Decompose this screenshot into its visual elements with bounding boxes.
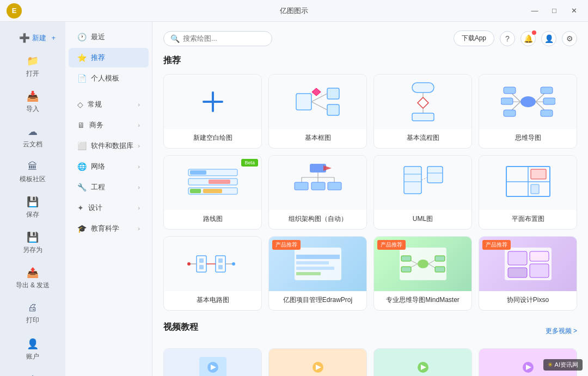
video-card-2[interactable]	[268, 348, 367, 376]
svg-rect-84	[530, 251, 549, 261]
template-card-uml[interactable]: UML图	[373, 155, 472, 230]
download-app-button[interactable]: 下载App	[454, 30, 494, 46]
template-grid: 新建空白绘图 基本框图	[163, 74, 577, 311]
education-icon: 🎓	[77, 224, 87, 233]
personal-label: 个人模板	[91, 73, 119, 83]
template-card-basic-flow[interactable]: 基本流程图	[373, 74, 472, 149]
settings-gear-button[interactable]: ⚙	[562, 31, 577, 46]
template-card-mindmaster[interactable]: 产品推荐 专业思维导图MindMaster	[373, 236, 472, 311]
template-card-edrawproj[interactable]: 产品推荐 亿图项目管理EdrawProj	[268, 236, 367, 311]
svg-line-5	[311, 94, 327, 102]
app-body: ➕ 新建 + 📁 打开 📥 导入 ☁ 云文档 🏛 模板社区 💾	[0, 22, 588, 376]
nav-item-recommend[interactable]: ⭐ 推荐	[69, 48, 149, 67]
more-videos-link[interactable]: 更多视频 >	[546, 326, 577, 336]
nav-item-education[interactable]: 🎓 教育科学 ›	[69, 219, 149, 238]
video-card-1[interactable]	[163, 348, 262, 376]
sidebar-left-bottom: 👤 账户 ⚙ 选项	[0, 331, 65, 376]
minimize-button[interactable]: —	[527, 3, 542, 19]
design-icon: ✦	[77, 204, 84, 212]
nav-item-business[interactable]: 🖥 商务 ›	[69, 115, 149, 135]
software-db-label: 软件和数据库	[91, 141, 133, 151]
template-img-mindmap	[479, 75, 577, 129]
sidebar-item-export[interactable]: 📤 导出 & 发送	[4, 261, 61, 295]
main-content: 🔍 下载App ? 🔔 👤 ⚙ 推荐	[152, 22, 588, 376]
nav-item-engineering[interactable]: 🔧 工程 ›	[69, 177, 149, 197]
svg-rect-80	[435, 267, 445, 272]
video-img-3	[374, 349, 471, 376]
sidebar-item-options[interactable]: ⚙ 选项	[4, 368, 61, 376]
nav-item-personal[interactable]: 📄 个人模板	[69, 69, 149, 88]
template-img-basic-frame	[269, 75, 366, 129]
sidebar-item-save[interactable]: 💾 保存	[4, 190, 61, 225]
template-card-pixso[interactable]: 产品推荐 协同设计Pixso	[479, 236, 577, 311]
svg-rect-55	[197, 256, 206, 272]
svg-rect-33	[203, 189, 222, 193]
sidebar-left: ➕ 新建 + 📁 打开 📥 导入 ☁ 云文档 🏛 模板社区 💾	[0, 22, 65, 376]
close-button[interactable]: ✕	[566, 3, 581, 19]
maximize-button[interactable]: □	[547, 3, 562, 19]
sidebar-item-new[interactable]: ➕ 新建 +	[4, 27, 61, 48]
sidebar-item-saveas[interactable]: 💾 另存为	[4, 226, 61, 260]
sidebar-item-print[interactable]: 🖨 打印	[4, 297, 61, 330]
template-card-basic-frame[interactable]: 基本框图	[268, 74, 367, 149]
nav-item-software-db[interactable]: ⬜ 软件和数据库 ›	[69, 136, 149, 156]
search-input[interactable]	[183, 34, 265, 42]
sidebar-item-cloud[interactable]: ☁ 云文档	[4, 120, 61, 155]
svg-point-65	[232, 262, 235, 266]
svg-rect-2	[296, 94, 311, 110]
template-label-mindmap: 思维导图	[479, 129, 577, 148]
template-card-roadmap[interactable]: Beta 路线图	[163, 155, 262, 230]
education-arrow: ›	[138, 225, 140, 232]
svg-rect-9	[412, 83, 434, 93]
nav-item-design[interactable]: ✦ 设计 ›	[69, 198, 149, 218]
search-box[interactable]: 🔍	[163, 31, 272, 46]
notification-button[interactable]: 🔔	[520, 31, 536, 46]
edrawproj-badge: 产品推荐	[272, 240, 301, 250]
video-card-3[interactable]	[373, 348, 472, 376]
new-label: 新建	[32, 33, 46, 43]
help-icon: ?	[505, 34, 510, 43]
svg-rect-44	[404, 167, 421, 194]
help-button[interactable]: ?	[500, 31, 515, 46]
template-card-floor-plan[interactable]: 平面布置图	[479, 155, 577, 230]
account-label: 账户	[26, 352, 39, 361]
sidebar-item-account[interactable]: 👤 账户	[4, 332, 61, 367]
share-icon: 👤	[544, 34, 554, 43]
template-img-org-chart	[269, 156, 366, 210]
template-label-edrawproj: 亿图项目管理EdrawProj	[269, 291, 366, 310]
template-img-floor-plan	[479, 156, 577, 210]
nav-item-general[interactable]: ◇ 常规 ›	[69, 95, 149, 114]
svg-rect-47	[427, 167, 443, 183]
print-label: 打印	[26, 316, 39, 325]
template-img-new-blank	[164, 75, 261, 129]
personal-icon: 📄	[77, 74, 87, 83]
template-label-new-blank: 新建空白绘图	[164, 129, 261, 148]
save-label: 保存	[26, 210, 39, 219]
sidebar-item-community[interactable]: 🏛 模板社区	[4, 156, 61, 189]
app-title: 亿图图示	[280, 6, 308, 16]
education-label: 教育科学	[91, 224, 119, 233]
template-card-new-blank[interactable]: 新建空白绘图	[163, 74, 262, 149]
watermark-text: AI资讯网	[555, 361, 578, 369]
user-avatar[interactable]: E	[7, 3, 22, 19]
sidebar-item-import[interactable]: 📥 导入	[4, 85, 61, 119]
svg-rect-3	[327, 88, 339, 99]
share-button[interactable]: 👤	[541, 31, 556, 46]
svg-rect-18	[501, 98, 513, 104]
template-card-circuit[interactable]: 基本电路图	[163, 236, 262, 311]
options-icon: ⚙	[28, 373, 37, 376]
svg-rect-54	[531, 184, 539, 194]
template-img-uml	[374, 156, 471, 210]
watermark: ✳ AI资讯网	[543, 359, 583, 371]
svg-rect-20	[504, 110, 516, 116]
template-img-mindmaster: 产品推荐	[374, 237, 471, 291]
svg-rect-4	[327, 104, 339, 115]
template-img-pixso: 产品推荐	[479, 237, 577, 291]
template-card-mindmap[interactable]: 思维导图	[479, 74, 577, 149]
business-arrow: ›	[138, 122, 140, 128]
nav-item-recent[interactable]: 🕐 最近	[69, 27, 149, 47]
nav-item-network[interactable]: 🌐 网络 ›	[69, 157, 149, 176]
sidebar-item-open[interactable]: 📁 打开	[4, 50, 61, 84]
new-plus-btn[interactable]: +	[51, 34, 56, 42]
template-card-org-chart[interactable]: 组织架构图（自动）	[268, 155, 367, 230]
